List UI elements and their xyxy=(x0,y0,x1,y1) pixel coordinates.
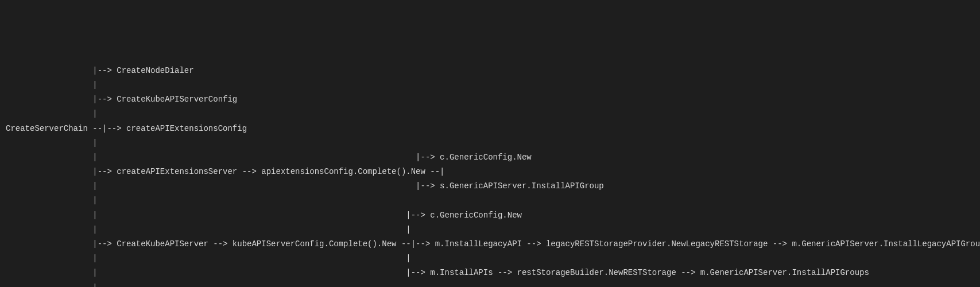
diagram-line: | |--> s.GenericAPIServer.InstallAPIGrou… xyxy=(6,181,604,191)
diagram-line: | | xyxy=(6,225,411,234)
diagram-line: | xyxy=(6,80,98,90)
diagram-line: | |--> c.GenericConfig.New xyxy=(6,211,522,220)
diagram-line: | xyxy=(6,196,98,205)
diagram-line: | | xyxy=(6,254,411,263)
call-tree-diagram: |--> CreateNodeDialer | |--> CreateKubeA… xyxy=(6,64,974,287)
diagram-line: | |--> c.GenericConfig.New xyxy=(6,153,532,162)
diagram-line: | xyxy=(6,109,98,118)
diagram-line: |--> CreateNodeDialer xyxy=(6,66,194,75)
diagram-line: |--> CreateKubeAPIServerConfig xyxy=(6,95,237,104)
diagram-line: | xyxy=(6,138,98,148)
diagram-line: |--> CreateKubeAPIServer --> kubeAPIServ… xyxy=(6,239,980,249)
diagram-line: | |--> m.InstallAPIs --> restStorageBuil… xyxy=(6,268,869,277)
diagram-line: |--> createAPIExtensionsServer --> apiex… xyxy=(6,167,445,176)
diagram-line: CreateServerChain --|--> createAPIExtens… xyxy=(6,124,247,133)
diagram-line: | xyxy=(6,283,98,287)
